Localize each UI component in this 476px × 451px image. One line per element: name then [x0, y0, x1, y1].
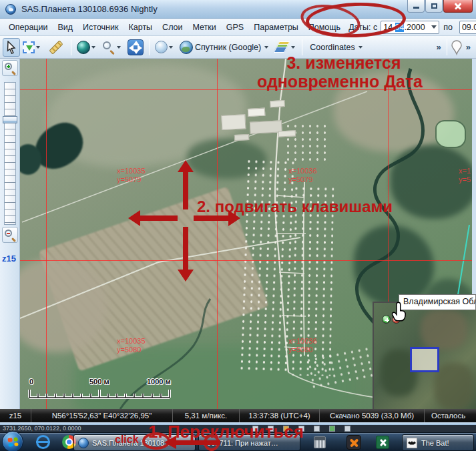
- coordinates-button[interactable]: Coordinates: [305, 38, 366, 57]
- select-tool-button[interactable]: [3, 38, 20, 57]
- globe-icon: [155, 41, 168, 53]
- calculator-icon[interactable]: [314, 436, 326, 448]
- internet-explorer-icon[interactable]: [36, 435, 50, 449]
- menu-settings[interactable]: Параметры: [252, 21, 300, 33]
- earth-icon: [180, 41, 193, 54]
- menu-gps[interactable]: GPS: [224, 21, 246, 33]
- minimize-button[interactable]: [407, 0, 425, 13]
- chevron-down-icon[interactable]: [36, 46, 40, 49]
- zoom-in-button[interactable]: [2, 60, 18, 76]
- maximize-icon: [431, 3, 437, 9]
- chevron-down-icon[interactable]: [169, 46, 173, 49]
- tile-grid-line: [46, 59, 47, 409]
- status-bar: z15 N56°15'52,63" E40°32'26,95" 5,31 м/п…: [0, 409, 476, 422]
- chevron-down-icon[interactable]: [359, 46, 363, 49]
- chevron-down-icon[interactable]: [91, 46, 95, 49]
- minimap-zoom-in-button[interactable]: [382, 315, 391, 324]
- status-resolution: 5,31 м/пикс.: [172, 409, 239, 422]
- background-window-strip: 3731.2650, 070.0122, 0.0000: [0, 425, 476, 432]
- date-from-part3: .2000: [404, 23, 425, 32]
- toolbar-separator: [447, 39, 447, 55]
- date-to-value: 09.01.2013: [462, 23, 476, 32]
- scale-full-label: 1000 м: [147, 378, 171, 386]
- zoom-tool-button[interactable]: [99, 38, 125, 57]
- toolbar-right-group: » »: [434, 39, 473, 56]
- taskbar: SAS.Планета 130108… 0001711: При нажат… …: [0, 432, 476, 451]
- minimap-viewport-rect[interactable]: [410, 347, 439, 372]
- minimap-terrain: [434, 363, 474, 410]
- menu-source[interactable]: Источник: [81, 21, 120, 33]
- date-from-part1: 14.: [383, 23, 395, 32]
- projection-button[interactable]: [152, 38, 177, 57]
- close-button[interactable]: [443, 0, 473, 13]
- menu-layers[interactable]: Слои: [160, 21, 184, 33]
- menu-help[interactable]: Помощь: [306, 21, 342, 33]
- taskbar-thebat-button[interactable]: The Bat!: [402, 434, 474, 451]
- tile-coord-label: x=10035y=5080: [117, 337, 146, 354]
- minimap-terrain: [421, 310, 467, 350]
- toolbar-overflow-chevron[interactable]: »: [437, 42, 441, 52]
- sas-planet-window: SAS.Планета 130108.6936 Nightly Операции…: [0, 0, 476, 451]
- ruler-icon: [49, 40, 63, 54]
- zoom-out-button[interactable]: [2, 227, 18, 243]
- toolbar-separator: [302, 39, 302, 55]
- sas-planet-icon: [78, 438, 89, 448]
- village-houses: [238, 158, 295, 373]
- menu-placemarks[interactable]: Метки: [191, 21, 218, 33]
- utility-icon[interactable]: [346, 435, 361, 450]
- fullscreen-button[interactable]: [125, 38, 146, 57]
- taskbar-notes-button[interactable]: 0001711: При нажат…: [198, 434, 300, 451]
- window-title: SAS.Планета 130108.6936 Nightly: [21, 4, 158, 14]
- menu-maps[interactable]: Карты: [126, 21, 154, 33]
- dark-globe-icon: [77, 41, 90, 54]
- placemark-balloon-icon[interactable]: [450, 39, 463, 56]
- farm-buildings: [219, 91, 302, 155]
- tile-coord-label: x=1y=5: [459, 167, 471, 184]
- fill-map-button[interactable]: [74, 38, 99, 57]
- taskbar-notes-label: 0001711: При нажат…: [203, 439, 278, 447]
- tile-coord-label: x=10035y=5079: [117, 167, 146, 184]
- tile-grid-line: [20, 89, 472, 90]
- ruler-button[interactable]: [44, 38, 68, 57]
- tile-grid-line: [217, 59, 218, 409]
- selection-manager-button[interactable]: [20, 38, 44, 57]
- zoom-slider-handle[interactable]: [3, 116, 17, 123]
- excel-icon[interactable]: [376, 436, 389, 449]
- dates-to-label: по: [443, 23, 453, 32]
- background-window-icons: [252, 426, 350, 432]
- map-source-label: Спутник (Google): [195, 43, 261, 52]
- start-button[interactable]: [2, 431, 23, 451]
- thebat-icon: [407, 438, 417, 448]
- date-from-select[interactable]: 14.04.2000: [381, 21, 439, 34]
- chevron-down-icon[interactable]: [264, 46, 268, 49]
- chevron-down-icon[interactable]: [431, 25, 437, 29]
- region-tooltip: Владимирская Обл: [399, 294, 476, 310]
- menu-view[interactable]: Вид: [55, 21, 75, 33]
- status-zoom: z15: [0, 409, 31, 422]
- placemark-overflow-chevron[interactable]: »: [466, 42, 471, 52]
- toolbar-separator: [149, 39, 150, 55]
- selection-rect-icon: [23, 41, 35, 53]
- dates-group: Даты: с 14.04.2000 по 09.01.2013: [348, 21, 476, 34]
- tile-coord-label: x=10036y=5079: [288, 167, 317, 184]
- minimap[interactable]: [373, 302, 476, 415]
- map-source-button[interactable]: Спутник (Google): [177, 38, 272, 57]
- layers-icon: [275, 41, 290, 53]
- coordinates-label: Coordinates: [310, 43, 354, 52]
- chevron-down-icon[interactable]: [291, 46, 295, 49]
- title-bar[interactable]: SAS.Планета 130108.6936 Nightly: [0, 0, 476, 19]
- windows-logo-icon: [7, 437, 18, 446]
- maximize-button[interactable]: [425, 0, 443, 13]
- date-to-select[interactable]: 09.01.2013: [459, 21, 476, 34]
- chevron-down-icon[interactable]: [117, 46, 121, 49]
- status-downloaded: Скачано 5039 (33,0 Мб): [319, 409, 424, 422]
- scale-half-label: 500 м: [89, 378, 109, 386]
- taskbar-sas-button[interactable]: SAS.Планета 130108…: [73, 434, 196, 451]
- zoom-slider[interactable]: [4, 82, 16, 225]
- menu-operations[interactable]: Операции: [7, 21, 49, 33]
- cursor-arrow-icon: [5, 41, 17, 54]
- close-icon: [453, 1, 463, 11]
- layers-button[interactable]: [272, 38, 299, 57]
- tile-coord-label: x=10036y=5080: [288, 337, 317, 354]
- scale-ruler: [28, 388, 175, 400]
